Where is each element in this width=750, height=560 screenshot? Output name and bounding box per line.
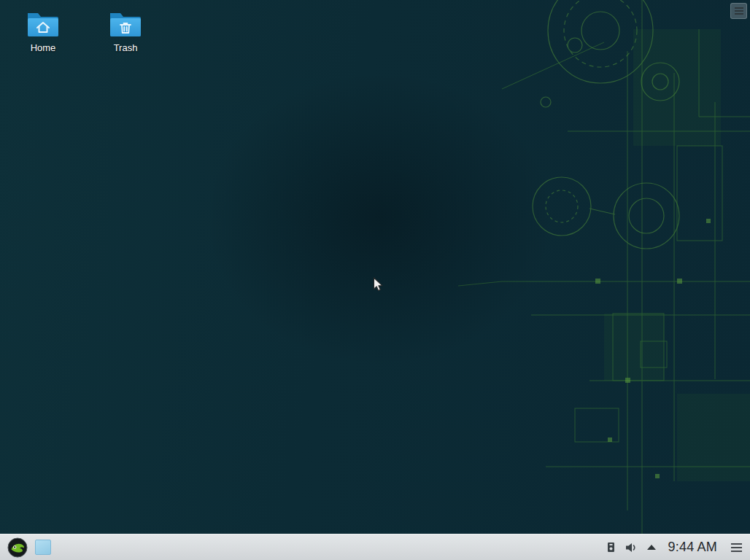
mouse-cursor <box>373 277 384 292</box>
desktop-background[interactable]: Home Trash <box>0 0 750 534</box>
audio-volume-icon[interactable] <box>625 542 638 553</box>
clock[interactable]: 9:44 AM <box>665 540 720 555</box>
taskbar: 9:44 AM <box>0 534 750 560</box>
desktop-icon-label: Trash <box>114 43 138 53</box>
caret-up-icon <box>647 545 656 550</box>
device-notifier-icon[interactable] <box>606 542 616 553</box>
desktop-icon-home[interactable]: Home <box>8 9 78 53</box>
tray-expand-button[interactable] <box>647 545 656 550</box>
wallpaper-pattern <box>458 0 750 534</box>
desktop-pager[interactable] <box>35 540 51 555</box>
wallpaper-vignette <box>0 0 750 534</box>
desktop-icon-label: Home <box>31 43 56 53</box>
system-tray: 9:44 AM <box>606 540 743 555</box>
desktop-toolbox-button[interactable] <box>730 3 747 19</box>
desktop-icon-trash[interactable]: Trash <box>90 9 161 53</box>
opensuse-logo <box>7 537 28 558</box>
hamburger-menu-icon <box>731 543 742 545</box>
trash-icon <box>108 9 143 38</box>
folder-home-icon <box>26 9 61 38</box>
panel-menu-button[interactable] <box>730 540 743 555</box>
hamburger-menu-icon <box>735 7 743 15</box>
application-launcher-button[interactable] <box>7 537 28 559</box>
